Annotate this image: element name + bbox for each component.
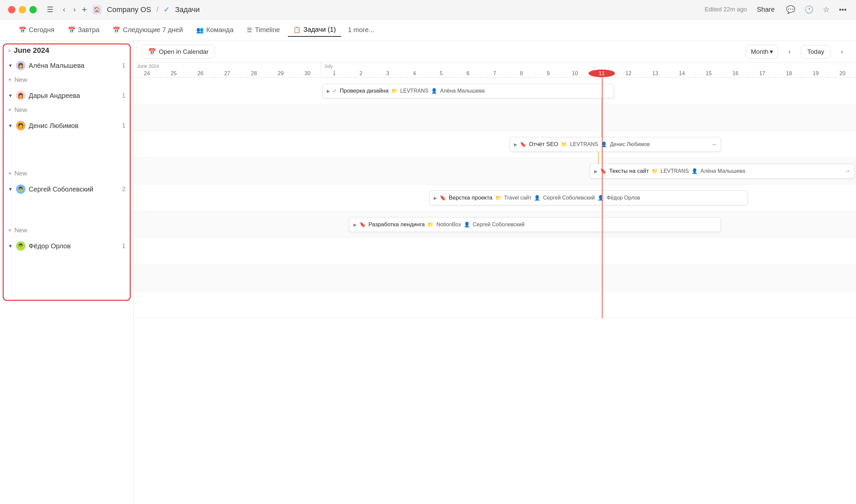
bookmark-icon: 🔖 (359, 221, 366, 228)
next7-tab-icon: 📅 (113, 26, 120, 34)
person-name-darya: Дарья Андреева (29, 92, 119, 100)
date-cell: 13 (642, 70, 669, 77)
person-group-fedor: ▼ 👨 Фёдор Орлов 1 (0, 238, 133, 254)
folder-icon: 📁 (495, 195, 502, 201)
person-row-denis[interactable]: ▼ 🧑 Денис Любимов 1 (0, 118, 133, 134)
tab-more[interactable]: 1 more... (344, 23, 378, 36)
person-icon: 👤 (534, 195, 540, 201)
person-row-alena[interactable]: ▼ 👩 Алёна Малышева 1 (0, 57, 133, 73)
date-cell: 9 (535, 70, 562, 77)
task-expand-icon: ▶ (594, 169, 598, 174)
bookmark-icon: 🔖 (520, 141, 526, 147)
task-bar-3[interactable]: ▶🔖Верстка проекта📁Travel сайт👤Сергей Соб… (429, 191, 748, 205)
calendar-icon: 📅 (148, 48, 156, 55)
date-cell: 26 (187, 70, 214, 77)
task-bar-2[interactable]: ▶🔖Тексты на сайт📁LEVTRANS👤Алёна Малышева… (590, 164, 855, 179)
task-count-fedor: 1 (122, 242, 125, 250)
minimize-button[interactable] (19, 6, 26, 13)
person-row-sergey[interactable]: ▼ 👨 Сергей Соболевский 2 (0, 181, 133, 197)
task-name: Разработка лендинга (369, 221, 425, 228)
person-row-fedor[interactable]: ▼ 👨 Фёдор Орлов 1 (0, 238, 133, 254)
task-project: LEVTRANS (661, 168, 689, 174)
close-button[interactable] (8, 6, 15, 13)
tab-tasks[interactable]: 📋 Задачи (1) (288, 23, 341, 37)
tabs-bar: 📅 Сегодня 📅 Завтра 📅 Следующие 7 дней 👥 … (0, 19, 856, 41)
prev-month-button[interactable]: ‹ (783, 46, 796, 58)
new-button-sergey[interactable]: + New (0, 224, 133, 237)
date-cell: 30 (294, 70, 321, 77)
date-cell: 19 (802, 70, 829, 77)
task-project: LEVTRANS (400, 88, 428, 94)
plus-icon-sergey: + (8, 227, 12, 234)
back-button[interactable]: ‹ (61, 4, 67, 15)
date-cell: 8 (508, 70, 535, 77)
date-cell: 3 (374, 70, 401, 77)
task-assignee: Алёна Малышева (700, 168, 745, 174)
tab-tomorrow[interactable]: 📅 Завтра (63, 23, 105, 36)
nav-buttons: ‹ › + (61, 4, 87, 15)
date-cell: 12 (615, 70, 642, 77)
date-cell: 18 (776, 70, 802, 77)
date-cell: 27 (214, 70, 241, 77)
timeline-rows: ▶✓Проверка дизайна📁LEVTRANS👤Алёна Малыше… (134, 77, 856, 504)
tab-tomorrow-label: Завтра (78, 26, 100, 34)
task-project: NotionBox (436, 221, 461, 228)
traffic-lights (8, 6, 37, 13)
date-cell: 6 (455, 70, 482, 77)
menu-icon[interactable]: ☰ (45, 4, 55, 15)
app-name: Company OS (107, 5, 151, 14)
task-expand-icon: ▶ (434, 196, 437, 200)
tab-next7[interactable]: 📅 Следующие 7 дней (107, 23, 188, 36)
sidebar-collapse-icon[interactable]: » (8, 48, 11, 53)
today-line (602, 77, 603, 318)
new-label-alena: New (14, 76, 27, 84)
main-content: » June 2024 ▼ 👩 Алёна Малышева 1 + New ▼… (0, 41, 856, 504)
avatar-denis: 🧑 (16, 121, 25, 130)
task-bar-1[interactable]: ▶🔖Отчёт SEO📁LEVTRANS👤Денис Любимов→ (510, 137, 721, 152)
chevron-sergey: ▼ (8, 186, 13, 192)
date-cell: 5 (428, 70, 455, 77)
plus-icon-denis: + (8, 170, 12, 177)
comment-icon[interactable]: 💬 (785, 4, 797, 15)
titlebar-right: Edited 22m ago Share 💬 🕐 ☆ ••• (705, 4, 848, 15)
timeline-toolbar: 📅 Open in Calendar Month ▾ ‹ Today › (134, 41, 856, 63)
person-group-alena: ▼ 👩 Алёна Малышева 1 + New (0, 57, 133, 86)
new-button-darya[interactable]: + New (0, 104, 133, 116)
open-calendar-label: Open in Calendar (159, 48, 209, 55)
task-bar-4[interactable]: ▶🔖Разработка лендинга📁NotionBox👤Сергей С… (349, 217, 721, 232)
new-button-denis[interactable]: + New (0, 167, 133, 180)
new-button-alena[interactable]: + New (0, 73, 133, 86)
person-icon: 👤 (464, 221, 470, 228)
task-expand-icon: ▶ (514, 142, 517, 147)
task-expand-icon: ▶ (327, 89, 330, 94)
tab-team-label: Команда (206, 26, 233, 34)
date-cell: 2 (348, 70, 374, 77)
task-count-sergey: 2 (122, 186, 125, 193)
bookmark-icon: 🔖 (600, 168, 607, 174)
maximize-button[interactable] (30, 6, 37, 13)
history-icon[interactable]: 🕐 (803, 4, 815, 15)
person-row-darya[interactable]: ▼ 👩 Дарья Андреева 1 (0, 88, 133, 104)
share-button[interactable]: Share (754, 4, 778, 15)
month-selector[interactable]: Month ▾ (746, 45, 778, 58)
tab-team[interactable]: 👥 Команда (191, 23, 239, 36)
task-page-icon: ✓ (163, 5, 170, 14)
team-tab-icon: 👥 (196, 26, 203, 34)
tab-today-label: Сегодня (29, 26, 54, 34)
task-count-alena: 1 (122, 62, 125, 69)
more-options-icon[interactable]: ••• (838, 4, 848, 15)
person-name-fedor: Фёдор Орлов (29, 242, 119, 250)
favorite-icon[interactable]: ☆ (822, 4, 831, 15)
task-bar-0[interactable]: ▶✓Проверка дизайна📁LEVTRANS👤Алёна Малыше… (322, 84, 614, 98)
today-tab-icon: 📅 (19, 26, 26, 34)
forward-button[interactable]: › (71, 4, 77, 15)
add-button[interactable]: + (82, 4, 87, 15)
person-name-alena: Алёна Малышева (29, 62, 119, 70)
tab-today[interactable]: 📅 Сегодня (13, 23, 60, 36)
person-group-sergey: ▼ 👨 Сергей Соболевский 2 + New (0, 181, 133, 237)
today-button[interactable]: Today (801, 45, 831, 58)
tab-timeline[interactable]: ☰ Timeline (242, 23, 285, 36)
open-calendar-button[interactable]: 📅 Open in Calendar (142, 45, 215, 58)
date-cell: 25 (160, 70, 187, 77)
next-month-button[interactable]: › (836, 46, 848, 58)
